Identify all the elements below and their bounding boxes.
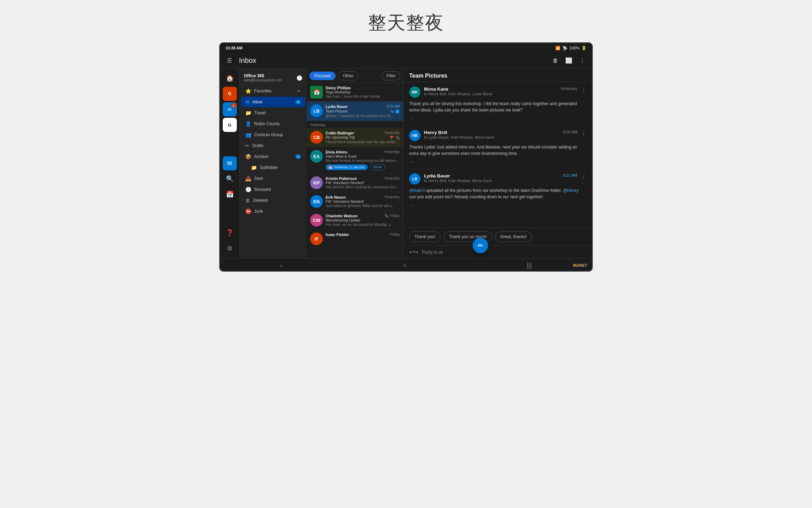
- back-button[interactable]: ‹: [273, 259, 289, 272]
- email-sender-lydia: Lydia Bauer: [326, 104, 348, 109]
- email-content-elvia: Elvia Atkins Yesterday Intern Meet & Gre…: [326, 150, 400, 170]
- outlook-badge: 2: [231, 103, 236, 108]
- unread-count-lydia: 1: [395, 109, 400, 114]
- sidebar-item-robin[interactable]: 👤 Robin Counts: [241, 119, 305, 129]
- sidebar-item-drafts[interactable]: ✏ Drafts: [241, 140, 305, 151]
- email-content-erik: Erik Nason Yesterday FW: Volunteers Need…: [326, 195, 400, 208]
- snoozed-label: Snoozed: [254, 187, 301, 192]
- email-sender-collin: Collin Ballinger: [326, 131, 354, 135]
- email-item-lydia[interactable]: LB Lydia Bauer 8:31 AM Team Pictures 📎 1: [307, 102, 403, 121]
- reply-action-text[interactable]: Reply to all: [422, 250, 586, 255]
- rsvp-button-elvia[interactable]: RSVP: [370, 164, 386, 170]
- tab-focused[interactable]: Focused: [309, 72, 336, 80]
- sidebar-favorites-header: ⭐ Favorites ✏: [241, 86, 305, 96]
- email-sender-elvia: Elvia Atkins: [326, 150, 347, 154]
- avatar-henry: HB: [409, 130, 420, 141]
- email-preview-erik: Just talked to @Nestor Wilke and he will…: [326, 204, 400, 208]
- mona-more-icon[interactable]: ⋮: [581, 86, 586, 93]
- quick-reply-great[interactable]: Great, thanks!: [495, 231, 532, 242]
- sidebar-item-snoozed[interactable]: 🕐 Snoozed: [241, 184, 305, 195]
- mona-dots[interactable]: ···: [409, 115, 586, 121]
- avatar-collin: CB: [310, 131, 323, 144]
- email-content-daisy: Daisy Phillips Yoga Workshop Hey Katri, …: [326, 86, 400, 98]
- recents-button[interactable]: |||: [520, 259, 539, 272]
- email-meta-lydia: Lydia Bauer 8:31 AM: [326, 104, 400, 109]
- lydia-reply-body: @Katri I uploaded all the pictures from …: [409, 187, 586, 200]
- mona-time: Yesterday: [560, 86, 577, 91]
- page-title: 整天整夜: [368, 11, 444, 35]
- subfolder-icon: 📁: [251, 165, 257, 170]
- message-header-lydia-reply: LB Lydia Bauer to Henry Brill, Katri Aho…: [409, 173, 586, 185]
- status-time: 10:28 AM: [226, 46, 242, 50]
- email-meta-collin: Collin Ballinger Yesterday: [326, 131, 400, 135]
- compose-fab[interactable]: ✏: [473, 238, 488, 253]
- home-button[interactable]: ○: [396, 259, 414, 272]
- junk-icon: ⛔: [245, 208, 251, 214]
- email-content-isaac: Isaac Fielder Friday: [326, 232, 400, 245]
- sidebar-item-contoso[interactable]: 👥 Contoso Group: [241, 129, 305, 140]
- sidebar-item-archive[interactable]: 📦 Archive 2: [241, 151, 305, 162]
- sidebar-item-inbox[interactable]: ✉ Inbox 2: [241, 97, 305, 107]
- lydia-email-icons: 📎 1: [390, 109, 400, 114]
- sidebar: Office 365 katri@lucernpubintl.com 🕐 ⭐ F…: [240, 68, 307, 258]
- henry-to: to Lydia Bauer, Katri Ahokas, Mona Kane: [424, 135, 560, 139]
- nav-search[interactable]: 🔍: [223, 172, 237, 186]
- email-time-charlotte: Friday: [390, 214, 400, 218]
- menu-icon[interactable]: ☰: [226, 56, 233, 65]
- nav-settings[interactable]: ⚙: [223, 241, 237, 255]
- detail-header: Team Pictures: [404, 68, 592, 82]
- email-item-collin[interactable]: CB Collin Ballinger Yesterday Re: Upcomi…: [307, 128, 403, 147]
- henry-sender-info: Henry Brill to Lydia Bauer, Katri Ahokas…: [424, 130, 560, 139]
- lydia-body-text2: can you add yours too? Already counting …: [409, 194, 543, 199]
- email-item-kristin[interactable]: KP Kristin Patterson Yesterday FW: Volun…: [307, 174, 403, 192]
- reply-arrows-icon[interactable]: ↩↪: [409, 249, 418, 255]
- nav-office365[interactable]: O: [223, 87, 237, 101]
- email-item-isaac[interactable]: IF Isaac Fielder Friday: [307, 230, 403, 248]
- henry-dots[interactable]: ···: [409, 159, 586, 164]
- edit-favorites-icon[interactable]: ✏: [297, 88, 301, 94]
- nav-help[interactable]: ❓: [223, 226, 237, 240]
- email-meta-charlotte: Charlotte Watson 📎 Friday: [326, 214, 400, 218]
- sent-label: Sent: [254, 176, 301, 181]
- sidebar-item-sent[interactable]: 📤 Sent: [241, 173, 305, 184]
- nav-mail[interactable]: ✉: [223, 156, 237, 170]
- lydia-reply-dots[interactable]: ···: [409, 202, 586, 208]
- message-mona: MK Mona Kane to Henry Brill, Katri Ahoka…: [404, 82, 592, 126]
- nav-outlook[interactable]: ✉ 2: [223, 102, 237, 116]
- battery-icon: 🔋: [582, 46, 586, 50]
- left-nav: 🏠 O ✉ 2 G ✉ 🔍 📅 ❓ ⚙: [220, 68, 240, 258]
- account-name: Office 365: [244, 73, 295, 78]
- email-list-scroll: 📅 Daisy Phillips Yoga Workshop Hey Katri…: [307, 83, 403, 258]
- delete-icon[interactable]: 🗑: [551, 56, 560, 65]
- email-time-lydia: 8:31 AM: [387, 104, 400, 108]
- sidebar-item-travel[interactable]: 📁 Travel: [241, 108, 305, 118]
- contoso-label: Contoso Group: [254, 132, 301, 137]
- email-content-kristin: Kristin Patterson Yesterday FW: Voluntee…: [326, 176, 400, 189]
- email-item-elvia[interactable]: EA Elvia Atkins Yesterday Intern Meet & …: [307, 147, 403, 174]
- email-item-daisy[interactable]: 📅 Daisy Phillips Yoga Workshop Hey Katri…: [307, 83, 403, 102]
- travel-label: Travel: [254, 110, 301, 115]
- henry-more-icon[interactable]: ⋮: [581, 130, 586, 137]
- account-clock-icon[interactable]: 🕐: [296, 75, 302, 81]
- archive-icon[interactable]: ⬜: [564, 56, 574, 65]
- avatar-kristin: KP: [310, 176, 323, 189]
- email-preview-charlotte: Hey team, as we discussed on Monday, y..…: [326, 223, 400, 226]
- email-item-erik[interactable]: EN Erik Nason Yesterday FW: Volunteers N…: [307, 192, 403, 211]
- filter-button[interactable]: Filter: [382, 71, 400, 80]
- more-icon[interactable]: ⋮: [578, 56, 586, 65]
- sidebar-item-deleted[interactable]: 🗑 Deleted: [241, 195, 305, 206]
- detail-scroll[interactable]: MK Mona Kane to Henry Brill, Katri Ahoka…: [404, 82, 592, 228]
- nav-home[interactable]: 🏠: [223, 71, 237, 85]
- lydia-reply-time: 8:31 AM: [563, 173, 577, 177]
- nav-google[interactable]: G: [223, 118, 237, 132]
- email-item-charlotte[interactable]: CW Charlotte Watson 📎 Friday Manufacturi…: [307, 211, 403, 230]
- henry-time: 8:00 AM: [563, 130, 577, 134]
- quick-reply-thanks[interactable]: Thank you!: [409, 231, 441, 242]
- lydia-reply-more-icon[interactable]: ⋮: [581, 173, 586, 180]
- sidebar-item-junk[interactable]: ⛔ Junk: [241, 206, 305, 217]
- tab-other[interactable]: Other: [338, 71, 359, 80]
- attachment-icon-collin: 📎: [395, 136, 400, 140]
- nav-calendar[interactable]: 📅: [223, 187, 237, 201]
- sidebar-item-subfolder[interactable]: 📁 Subfolder: [241, 162, 305, 173]
- subfolder-label: Subfolder: [260, 165, 301, 170]
